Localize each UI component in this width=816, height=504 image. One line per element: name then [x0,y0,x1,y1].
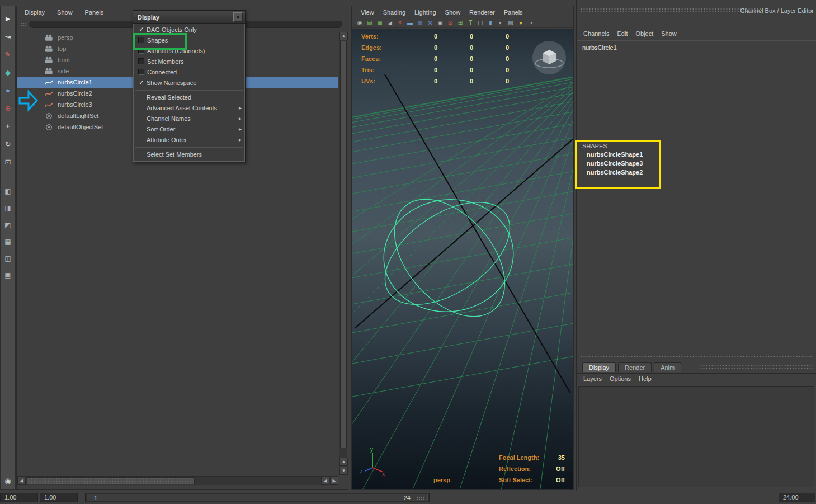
viewport-menu-view[interactable]: View [361,9,374,16]
viewport-menu-panels[interactable]: Panels [504,9,523,16]
scroll-right-icon[interactable]: ▶ [330,477,338,485]
use-all-lights-icon[interactable]: ● [516,18,525,27]
layout-two-pane-shortcut[interactable]: ◨ [1,201,15,215]
select-camera-icon[interactable]: ◉ [355,18,364,27]
shaded-mode-icon[interactable]: ▮ [486,18,495,27]
layout-outliner-persp-shortcut[interactable]: ◫ [1,252,15,265]
menu-item-set-members[interactable]: Set Members [133,56,245,67]
resolution-gate-icon[interactable]: ▣ [436,18,445,27]
channel-box-menu-channels[interactable]: Channels [583,30,609,37]
outliner-vertical-scrollbar[interactable]: ▲ ▲ ▼ [339,32,347,475]
menu-item-advanced-asset-contents[interactable]: Advanced Asset Contents ▸ [133,102,245,113]
xray-mode-icon[interactable]: ◑ [526,18,535,27]
channel-box-menu-show[interactable]: Show [661,30,677,37]
soft-modification-tool[interactable]: ● [1,83,15,97]
two-d-pan-zoom-icon[interactable]: ▬ [405,18,414,27]
textured-mode-icon[interactable]: ◐ [496,18,505,27]
checkbox-unchecked-icon[interactable] [138,48,144,54]
menu-item-dag-objects-only[interactable]: ✓ DAG Objects Only [133,24,245,35]
scene-nurbs-circles[interactable] [367,178,527,337]
shape-node-item[interactable]: nurbsCircleShape1 [587,150,643,159]
scroll-up-icon[interactable]: ▲ [339,458,348,466]
menu-item-select-set-members[interactable]: Select Set Members [133,149,245,159]
field-chart-icon[interactable]: ⊞ [456,18,465,27]
checker-icon[interactable]: ▨ [506,18,515,27]
scale-tool[interactable]: ⊡ [1,155,15,168]
viewport-menu-lighting[interactable]: Lighting [414,9,436,16]
menu-item-connected[interactable]: Connected [133,67,245,77]
safe-title-icon[interactable]: T [466,18,475,27]
select-tool[interactable]: ► [1,12,15,25]
range-slider-bar[interactable]: 1 24 [87,494,428,501]
outliner-menu-panels[interactable]: Panels [85,9,104,16]
tab-render[interactable]: Render [618,362,652,372]
range-grip-icon[interactable] [416,495,424,500]
outliner-menu-display[interactable]: Display [25,9,45,16]
lasso-select-tool[interactable]: ↝ [1,30,15,43]
nurbs-circle-curve[interactable] [373,178,527,337]
checkbox-unchecked-icon[interactable] [138,37,144,43]
scroll-up-icon[interactable]: ▲ [339,32,348,40]
shape-node-item[interactable]: nurbsCircleShape3 [587,159,643,168]
outliner-horizontal-scrollbar[interactable]: ◀ ◀ ▶ [17,476,338,485]
scroll-down-icon[interactable]: ▼ [339,467,348,475]
layout-four-pane-shortcut[interactable]: ▦ [1,235,15,248]
viewport-menu-shading[interactable]: Shading [383,9,405,16]
film-gate-icon[interactable]: ◎ [426,18,435,27]
hud-value: 0 [402,44,437,51]
axis-z-label: z [360,468,362,474]
drag-grip-icon[interactable] [20,21,27,27]
sculpt-tool[interactable]: ◆ [1,65,15,79]
image-plane-icon[interactable]: × [395,18,404,27]
layer-menu-layers[interactable]: Layers [583,375,602,382]
outliner-menu-show[interactable]: Show [57,9,73,16]
channel-box-object-name[interactable]: nurbsCircle1 [582,44,617,51]
wireframe-mode-icon[interactable]: ▢ [476,18,485,27]
layer-list-area[interactable] [578,386,814,487]
render-view-shortcut[interactable]: ◉ [1,474,15,487]
channel-box-menu-object[interactable]: Object [635,30,653,37]
range-slider[interactable]: 1 24 [85,493,430,502]
scroll-left-icon[interactable]: ◀ [321,477,329,485]
viewport-canvas[interactable]: Verts: 0 0 0 Edges: 0 0 0 Faces: 0 0 0 [352,29,573,489]
close-icon[interactable]: × [233,12,243,22]
playback-end-field[interactable]: 24.00 [779,493,815,502]
menu-item-reveal-selected[interactable]: Reveal Selected [133,92,245,102]
menu-item-shapes[interactable]: Shapes [133,35,245,45]
submenu-arrow-icon: ▸ [239,105,242,111]
animation-start-field[interactable]: 1.00 [0,493,38,502]
menu-item-sort-order[interactable]: Sort Order ▸ [133,124,245,134]
scrollbar-thumb[interactable] [27,477,195,484]
nurbs-curve-icon [44,79,54,86]
shape-node-item[interactable]: nurbsCircleShape2 [587,168,643,177]
bookmark-icon[interactable]: ◪ [385,18,394,27]
playback-start-field[interactable]: 1.00 [40,493,78,502]
scrollbar-thumb[interactable] [340,41,347,448]
layout-custom-shortcut[interactable]: ▣ [1,269,15,282]
gate-mask-icon[interactable]: ⊠ [446,18,455,27]
tab-display[interactable]: Display [582,362,616,372]
move-tool[interactable]: + [1,119,15,133]
grease-pencil-icon[interactable]: ▥ [416,18,424,27]
checkbox-unchecked-icon[interactable] [138,58,144,64]
layer-menu-options[interactable]: Options [610,375,631,382]
layout-single-pane-shortcut[interactable]: ◧ [1,185,15,198]
menu-item-attributes-channels[interactable]: Attributes (Channels) [133,45,245,56]
camera-attributes-icon[interactable]: ▦ [375,18,384,27]
menu-item-channel-names[interactable]: Channel Names ▸ [133,113,245,124]
scroll-left-icon[interactable]: ◀ [17,477,26,485]
channel-box-menu-edit[interactable]: Edit [617,30,628,37]
paint-selection-tool[interactable]: ✎ [1,48,15,61]
viewport-menu-renderer[interactable]: Renderer [469,9,495,16]
layer-menu-help[interactable]: Help [639,375,652,382]
viewport-menu-show[interactable]: Show [445,9,461,16]
show-manipulator-tool[interactable]: ⊕ [1,101,15,115]
checkbox-unchecked-icon[interactable] [138,69,144,75]
menu-item-show-namespace[interactable]: ✓ Show Namespace [133,77,245,88]
rotate-tool[interactable]: ↻ [1,137,15,150]
lock-camera-icon[interactable]: ▤ [365,18,374,27]
layout-top-bottom-shortcut[interactable]: ◩ [1,218,15,232]
menu-titlebar[interactable]: Display × [133,11,245,24]
tab-anim[interactable]: Anim [654,362,681,372]
menu-item-attribute-order[interactable]: Attribute Order ▸ [133,134,245,145]
